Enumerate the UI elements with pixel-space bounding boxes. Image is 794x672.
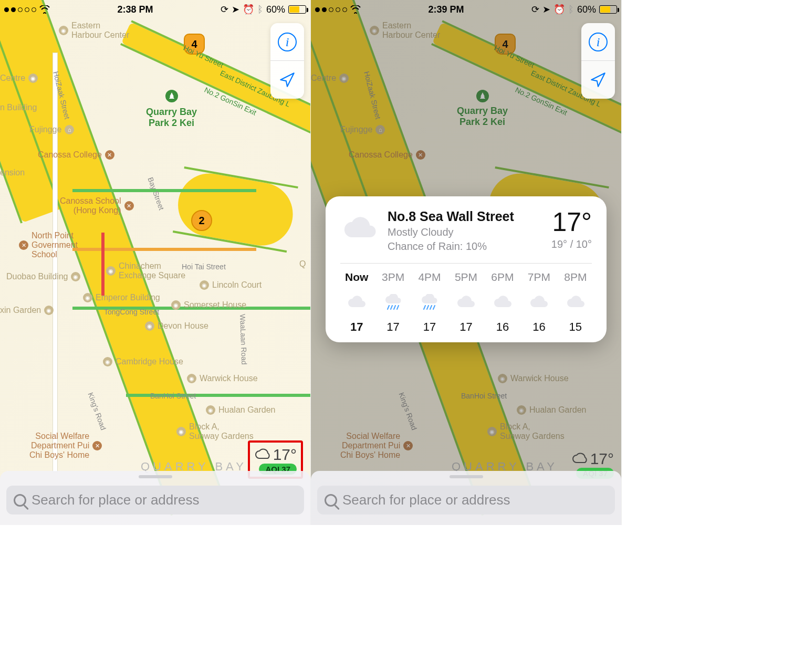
svg-line-7 xyxy=(427,306,429,309)
poi[interactable]: ✕North PointGovernmentSchool xyxy=(19,231,78,259)
poi[interactable]: n Building xyxy=(0,103,37,112)
search-panel[interactable]: Search for place or address xyxy=(311,471,621,525)
svg-line-5 xyxy=(397,306,399,309)
forecast-time: 3PM xyxy=(382,271,404,284)
poi[interactable]: ◉Cambridge House xyxy=(103,357,183,366)
search-input[interactable]: Search for place or address xyxy=(317,486,615,514)
forecast-temp: 17 xyxy=(386,320,399,334)
search-panel[interactable]: Search for place or address xyxy=(0,471,310,525)
street-label: WaaLaan Road xyxy=(238,314,248,365)
battery-percent: 60% xyxy=(577,4,596,15)
weather-rain-chance: Chance of Rain: 10% xyxy=(388,240,542,253)
poi[interactable]: Canossa School(Hong Kong)✕ xyxy=(60,196,134,215)
forecast-temp: 16 xyxy=(532,320,545,334)
location-arrow-icon: ➤ xyxy=(542,4,550,15)
forecast-temp: 17 xyxy=(459,320,472,334)
battery-icon xyxy=(288,5,306,14)
weather-condition: Mostly Cloudy xyxy=(388,226,542,238)
info-button[interactable]: i xyxy=(581,23,615,61)
forecast-hour: 5PM17 xyxy=(450,271,482,334)
bluetooth-icon: ᛒ xyxy=(257,4,263,15)
poi[interactable]: ◉EasternHarbour Center xyxy=(59,21,129,40)
left-screenshot: 4 2 Quarry BayPark 2 Kei Hoi Yu Street E… xyxy=(0,0,311,525)
forecast-temp: 16 xyxy=(496,320,509,334)
forecast-time: Now xyxy=(345,271,368,284)
poi[interactable]: Canossa College✕ xyxy=(38,150,114,160)
forecast-temp: 17 xyxy=(350,320,363,334)
svg-line-8 xyxy=(430,306,432,309)
info-button[interactable]: i xyxy=(270,23,304,61)
statusbar: 2:39 PM ⟳ ➤ ⏰ ᛒ 60% xyxy=(311,0,621,19)
forecast-temp: 17 xyxy=(423,320,436,334)
poi[interactable]: Fujingge⌂ xyxy=(29,125,74,134)
forecast-temp: 15 xyxy=(569,320,582,334)
locate-button[interactable] xyxy=(581,61,615,99)
signal-dots xyxy=(315,7,347,12)
road-highway-loop xyxy=(173,169,298,250)
weather-location: No.8 Sea Wall Street xyxy=(388,209,542,224)
locate-button[interactable] xyxy=(270,61,304,99)
poi[interactable]: ◉Lincoln Court xyxy=(200,280,262,290)
lock-rotation-icon: ⟳ xyxy=(531,4,539,15)
grabber-handle[interactable] xyxy=(450,475,483,478)
poi[interactable]: ◉Block A,Sunway Gardens xyxy=(176,422,254,441)
road xyxy=(53,52,58,472)
forecast-hour: 6PM16 xyxy=(486,271,519,334)
rain-icon xyxy=(419,294,440,310)
svg-line-6 xyxy=(424,306,425,309)
poi[interactable]: Centre◉ xyxy=(0,74,38,83)
poi[interactable]: Social WelfareDepartment PuiChi Boys' Ho… xyxy=(29,432,102,460)
bluetooth-icon: ᛒ xyxy=(568,4,574,15)
map-controls: i xyxy=(270,23,304,99)
wifi-icon xyxy=(350,5,361,14)
forecast-time: 4PM xyxy=(418,271,441,284)
cloud-icon xyxy=(492,294,513,310)
road-red xyxy=(101,233,105,296)
location-arrow-icon xyxy=(589,71,607,89)
poi[interactable]: ◉Devon House xyxy=(145,321,208,331)
poi[interactable]: ◉Warwick House xyxy=(187,374,258,383)
weather-temp-range: 19° / 10° xyxy=(551,238,592,250)
road-shield-2: 2 xyxy=(191,210,212,231)
weather-cloud-icon xyxy=(340,209,378,247)
forecast-time: 7PM xyxy=(528,271,550,284)
poi[interactable]: Duobao Building◉ xyxy=(6,272,80,281)
weather-temp: 17° xyxy=(273,446,297,464)
right-screenshot: 4 Quarry BayPark 2 Kei ◉EasternHarbour C… xyxy=(311,0,622,525)
poi[interactable]: ◉Somerset House xyxy=(171,300,246,310)
clock: 2:38 PM xyxy=(117,4,153,15)
signal-dots xyxy=(4,7,36,12)
forecast-hour: 7PM16 xyxy=(523,271,555,334)
poi[interactable]: xin Garden◉ xyxy=(0,306,54,315)
clock: 2:39 PM xyxy=(428,4,464,15)
alarm-icon: ⏰ xyxy=(243,4,254,15)
divider xyxy=(340,263,592,264)
rain-icon xyxy=(383,294,404,310)
lock-rotation-icon: ⟳ xyxy=(221,4,228,15)
search-placeholder: Search for place or address xyxy=(342,492,510,508)
park-label: Quarry BayPark 2 Kei xyxy=(146,89,197,129)
poi[interactable]: ension xyxy=(0,168,25,177)
info-icon: i xyxy=(589,33,608,51)
poi[interactable]: Q xyxy=(299,259,306,269)
svg-line-3 xyxy=(391,306,392,309)
location-arrow-icon: ➤ xyxy=(232,4,239,15)
grabber-handle[interactable] xyxy=(139,475,172,478)
cloud-icon xyxy=(254,448,272,461)
poi[interactable]: ◉ChinachemExchange Square xyxy=(106,261,185,280)
forecast-time: 8PM xyxy=(564,271,587,284)
cloud-icon xyxy=(528,294,549,310)
road-green xyxy=(72,189,256,192)
search-input[interactable]: Search for place or address xyxy=(6,486,304,514)
location-arrow-icon xyxy=(278,71,296,89)
cloud-icon xyxy=(346,294,367,310)
forecast-time: 5PM xyxy=(455,271,477,284)
forecast-hour: 8PM15 xyxy=(559,271,592,334)
street-label: King's Road xyxy=(86,391,108,431)
poi[interactable]: ◉Hualan Garden xyxy=(206,405,276,415)
poi[interactable]: ◉Emperor Building xyxy=(83,293,160,302)
map-controls: i xyxy=(581,23,615,99)
wifi-icon xyxy=(39,5,50,14)
weather-card[interactable]: No.8 Sea Wall Street Mostly Cloudy Chanc… xyxy=(326,196,607,342)
street-label: Hoi Tai Street xyxy=(182,262,226,271)
